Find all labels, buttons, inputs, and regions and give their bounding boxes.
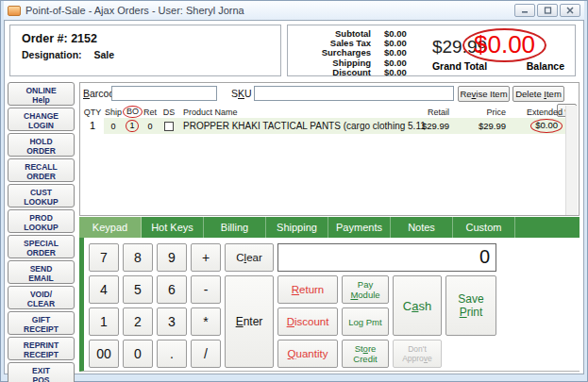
sidebar-item-send-email[interactable]: SENDEMAIL — [8, 260, 75, 284]
table-row[interactable]: 1 0 1 0 PROPPER KHAKI TACTICAL PANTS (ca… — [81, 118, 566, 134]
key-divide[interactable]: / — [191, 340, 221, 368]
sidebar-item-prod-lookup[interactable]: PRODLOOKUP — [8, 209, 75, 233]
sidebar-item-reprint-receipt[interactable]: REPRINTRECEIPT — [8, 337, 75, 360]
sidebar-item-online-help[interactable]: ONLINEHelp — [8, 82, 75, 106]
key-2[interactable]: 2 — [123, 307, 153, 336]
log-pmt-button[interactable]: Log Pmt — [342, 307, 389, 336]
key-8[interactable]: 8 — [123, 243, 153, 272]
item-entry-area: Barcode SKU Revise Item Delete Item ▼ QT… — [79, 82, 580, 216]
save-print-button[interactable]: SavePrint — [445, 275, 496, 336]
pay-module-button[interactable]: Pay Module — [342, 275, 389, 304]
dont-approve-button: Don't Approve — [393, 340, 442, 368]
barcode-input[interactable] — [111, 86, 217, 101]
row-extended: $0.00 — [510, 119, 566, 133]
col-header-retail: Retail — [396, 108, 453, 117]
clear-button[interactable]: Clear — [225, 243, 274, 272]
tab-custom[interactable]: Custom — [453, 217, 515, 238]
col-header-extended: Extended — [510, 108, 566, 117]
window-title: Point-of-Sale - Ajax Orders - User: Sher… — [25, 5, 514, 16]
store-credit-button[interactable]: Store Credit — [342, 340, 389, 368]
key-plus[interactable]: + — [191, 243, 221, 272]
key-minus[interactable]: - — [191, 275, 221, 304]
sidebar-item-change-login[interactable]: CHANGELOGIN — [8, 108, 75, 131]
order-number-value: 2152 — [71, 32, 97, 45]
col-header-bo: BO — [123, 106, 142, 118]
keypad-grid: 7 8 9 + Clear 0 4 5 6 - Enter Return Pay… — [89, 243, 496, 368]
totals-rows: Subtotal $0.00 Sales Tax $0.00 Surcharge… — [312, 29, 407, 77]
col-header-product: Product Name — [179, 108, 396, 117]
sidebar: ONLINEHelp CHANGELOGIN HOLDORDER RECALLO… — [8, 82, 75, 371]
grid-header-row: QTY Ship BO Ret DS Product Name Retail P… — [81, 106, 566, 118]
key-00[interactable]: 00 — [89, 340, 119, 368]
window-controls — [514, 4, 580, 17]
designation-label: Designation: — [22, 49, 82, 60]
key-0[interactable]: 0 — [123, 340, 153, 368]
tab-notes[interactable]: Notes — [391, 217, 453, 238]
cash-button[interactable]: Cash — [393, 275, 442, 336]
sidebar-item-hold-order[interactable]: HOLDORDER — [8, 133, 75, 157]
discount-label: Discount — [312, 68, 371, 77]
window-content: Order #: 2152 Designation: Sale Subtotal… — [4, 20, 584, 374]
row-ds — [159, 121, 179, 131]
order-number-line: Order #: 2152 — [22, 32, 280, 45]
sku-label: SKU — [231, 88, 252, 99]
key-multiply[interactable]: * — [191, 307, 221, 336]
row-product-name: PROPPER KHAKI TACTICAL PANTS (cargo clot… — [179, 121, 396, 131]
designation-line: Designation: Sale — [22, 49, 280, 60]
key-7[interactable]: 7 — [89, 243, 119, 272]
balance-block: $0.00 Balance — [457, 25, 572, 75]
sidebar-item-void-clear[interactable]: VOID/CLEAR — [8, 286, 75, 309]
designation-value: Sale — [94, 49, 115, 60]
col-header-qty: QTY — [81, 108, 104, 117]
app-icon — [8, 6, 21, 16]
discount-value: $0.00 — [384, 68, 407, 77]
close-button[interactable] — [560, 4, 580, 17]
row-bo: 1 — [123, 120, 142, 132]
tab-hot-keys[interactable]: Hot Keys — [142, 217, 204, 238]
balance-value: $0.00 — [462, 28, 546, 62]
col-header-price: Price — [453, 108, 510, 117]
sidebar-item-recall-order[interactable]: RECALLORDER — [8, 158, 75, 182]
keypad-panel: 7 8 9 + Clear 0 4 5 6 - Enter Return Pay… — [79, 238, 580, 372]
col-header-ship: Ship — [104, 108, 123, 117]
enter-button[interactable]: Enter — [225, 275, 274, 368]
row-price: $29.99 — [453, 121, 510, 131]
sidebar-item-gift-receipt[interactable]: GIFTRECEIPT — [8, 311, 75, 335]
order-number-label: Order #: — [22, 32, 68, 45]
sidebar-item-cust-lookup[interactable]: CUSTLOOKUP — [8, 184, 75, 208]
discount-button[interactable]: Discount — [277, 307, 338, 336]
tab-payments[interactable]: Payments — [328, 217, 391, 238]
title-bar: Point-of-Sale - Ajax Orders - User: Sher… — [4, 1, 584, 20]
row-ship: 0 — [104, 122, 123, 131]
key-3[interactable]: 3 — [157, 307, 187, 336]
drop-ship-checkbox[interactable] — [164, 122, 174, 131]
sku-input[interactable] — [254, 86, 454, 101]
col-header-ret: Ret — [142, 108, 159, 117]
main-area: Barcode SKU Revise Item Delete Item ▼ QT… — [79, 82, 580, 372]
key-4[interactable]: 4 — [89, 275, 119, 304]
totals-panel: Subtotal $0.00 Sales Tax $0.00 Surcharge… — [287, 25, 576, 76]
tab-keypad[interactable]: Keypad — [79, 217, 142, 238]
balance-label: Balance — [527, 60, 564, 72]
key-5[interactable]: 5 — [123, 275, 153, 304]
delete-item-button[interactable]: Delete Item — [512, 86, 564, 102]
tab-billing[interactable]: Billing — [204, 217, 266, 238]
keypad-display[interactable]: 0 — [277, 243, 496, 272]
key-9[interactable]: 9 — [157, 243, 187, 272]
key-1[interactable]: 1 — [89, 307, 119, 336]
revise-item-button[interactable]: Revise Item — [458, 86, 510, 102]
app-window: Point-of-Sale - Ajax Orders - User: Sher… — [0, 0, 588, 382]
tab-shipping[interactable]: Shipping — [266, 217, 328, 238]
key-decimal[interactable]: . — [157, 340, 187, 368]
key-6[interactable]: 6 — [157, 275, 187, 304]
minimize-button[interactable] — [514, 4, 535, 17]
maximize-button[interactable] — [537, 4, 558, 17]
tab-bar: Keypad Hot Keys Billing Shipping Payment… — [79, 217, 580, 238]
sidebar-item-exit-pos[interactable]: EXITPOS — [8, 362, 75, 382]
grid-scrollbar[interactable] — [565, 106, 578, 215]
return-button[interactable]: Return — [277, 275, 338, 304]
quantity-button[interactable]: Quantity — [277, 340, 338, 368]
discount-row: Discount $0.00 — [312, 68, 407, 77]
sidebar-item-special-order[interactable]: SPECIALORDER — [8, 235, 75, 258]
row-ret: 0 — [142, 122, 159, 131]
